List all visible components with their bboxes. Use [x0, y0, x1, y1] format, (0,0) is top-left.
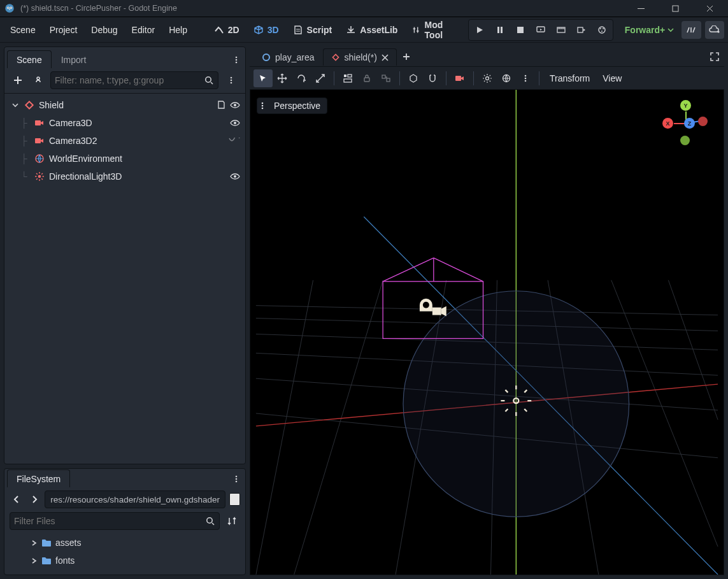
mode-script-button[interactable]: Script [287, 21, 339, 39]
local-space-button[interactable] [404, 69, 423, 87]
tree-node-camera3d[interactable]: ├ Camera3D [4, 114, 245, 132]
svg-point-33 [234, 175, 236, 178]
fs-back-button[interactable] [10, 491, 24, 508]
close-tab-button[interactable] [382, 54, 389, 61]
menu-editor[interactable]: Editor [125, 21, 162, 39]
lock-button[interactable] [357, 69, 376, 87]
fs-folder-label: fonts [55, 555, 75, 566]
movie-maker-button[interactable] [592, 21, 611, 39]
window-maximize-button[interactable] [660, 0, 690, 17]
worldenv-icon [34, 154, 45, 164]
gizmo-z-axis[interactable]: Z [684, 118, 695, 129]
tree-node-camera3d2[interactable]: ├ Camera3D2 [4, 132, 245, 150]
tree-node-dirlight[interactable]: └ DirectionalLight3D [4, 168, 245, 185]
menu-scene[interactable]: Scene [4, 21, 42, 39]
svg-point-19 [236, 59, 238, 61]
viewport-toolbar-menu-button[interactable] [516, 69, 535, 87]
transform-menu[interactable]: Transform [543, 71, 596, 86]
fs-filter-field[interactable] [14, 516, 201, 526]
fs-folder-assets[interactable]: assets [4, 534, 245, 552]
preview-sun-button[interactable] [478, 69, 497, 87]
mode-assetlib-button[interactable]: AssetLib [339, 21, 404, 39]
svg-rect-7 [497, 27, 499, 33]
tree-branch-icon: ├ [18, 154, 30, 164]
group-button[interactable] [376, 69, 396, 87]
visibility-icon[interactable] [230, 171, 240, 182]
menu-debug[interactable]: Debug [85, 21, 124, 39]
gizmo-y-axis[interactable]: Y [680, 100, 691, 111]
fs-filter-input[interactable] [10, 512, 220, 530]
fs-folder-fonts[interactable]: fonts [4, 552, 245, 569]
distraction-free-button[interactable] [705, 48, 724, 65]
gizmo-neg-y[interactable] [680, 136, 690, 145]
move-tool-button[interactable] [273, 69, 292, 87]
svg-rect-6 [673, 6, 678, 11]
fs-sort-button[interactable] [224, 513, 240, 529]
cloud-play-button[interactable] [705, 21, 724, 39]
menu-project[interactable]: Project [43, 21, 84, 39]
play-button[interactable] [470, 21, 489, 39]
orientation-gizmo[interactable]: X Y Z [661, 99, 712, 150]
tree-node-label: Camera3D [49, 118, 226, 128]
scene-tab-play-area[interactable]: play_area [253, 48, 323, 66]
tab-scene[interactable]: Scene [7, 50, 52, 68]
mode-3d-button[interactable]: 3D [247, 21, 285, 39]
camera-icon [34, 136, 45, 146]
select-tool-button[interactable] [253, 69, 273, 87]
view-menu[interactable]: View [596, 71, 628, 86]
mode-2d-button[interactable]: 2D [208, 21, 246, 39]
node3d-icon [24, 100, 35, 110]
viewport-3d[interactable]: Perspective X Y Z [250, 90, 724, 575]
play-custom-scene-button[interactable] [572, 21, 591, 39]
snap-button[interactable] [423, 69, 442, 87]
preview-env-button[interactable] [497, 69, 516, 87]
instance-scene-button[interactable] [30, 72, 46, 89]
visibility-icon[interactable] [230, 100, 240, 110]
preview-camera-button[interactable] [450, 69, 469, 87]
fs-path-box[interactable]: res://resources/shader/shield_own.gdshad… [45, 490, 225, 508]
tab-import[interactable]: Import [52, 50, 96, 68]
svg-point-20 [236, 62, 238, 64]
pause-button[interactable] [490, 21, 510, 39]
new-scene-tab-button[interactable] [397, 48, 416, 65]
visibility-icon[interactable] [230, 118, 240, 128]
rotate-tool-button[interactable] [292, 69, 311, 87]
scene-filter-input[interactable] [50, 71, 218, 89]
fs-folder-global_scenes[interactable]: global_scenes [4, 569, 245, 575]
play-remote-button[interactable] [531, 21, 550, 39]
svg-point-60 [262, 108, 264, 110]
fs-color-swatch[interactable] [229, 493, 240, 506]
tab-filesystem[interactable]: FileSystem [7, 469, 70, 487]
scale-tool-button[interactable] [311, 69, 330, 87]
selectable-button[interactable] [338, 69, 357, 87]
filesystem-panel-menu-button[interactable] [227, 471, 245, 487]
scene-panel-menu-button[interactable] [227, 52, 245, 68]
tree-node-label: Camera3D2 [49, 136, 225, 146]
render-mode-dropdown[interactable]: Forward+ [621, 25, 678, 35]
scene-filter-menu-button[interactable] [222, 73, 240, 88]
hidden-icon[interactable] [229, 138, 240, 144]
menubar: Scene Project Debug Editor Help 2D 3D Sc… [0, 17, 728, 43]
tree-node-shield[interactable]: Shield [4, 96, 245, 114]
scene-tab-shield[interactable]: shield(*) [323, 48, 397, 66]
svg-point-18 [236, 57, 238, 59]
svg-point-35 [236, 478, 238, 480]
fs-forward-button[interactable] [27, 491, 41, 508]
window-close-button[interactable] [695, 0, 724, 17]
collapse-icon[interactable] [11, 102, 20, 108]
menu-help[interactable]: Help [162, 21, 194, 39]
chevron-right-icon [30, 540, 38, 546]
script-icon[interactable] [217, 100, 226, 110]
add-node-button[interactable] [10, 72, 26, 89]
perspective-badge[interactable]: Perspective [257, 97, 327, 114]
stop-button[interactable] [511, 21, 530, 39]
tree-branch-icon: ├ [18, 136, 30, 146]
remote-debug-button[interactable] [682, 21, 701, 39]
scene-filter-field[interactable] [55, 75, 200, 85]
gizmo-x-axis[interactable]: X [662, 118, 673, 129]
window-minimize-button[interactable] [626, 0, 655, 17]
gizmo-neg-x[interactable] [698, 117, 708, 126]
tree-node-worldenv[interactable]: ├ WorldEnvironment [4, 150, 245, 168]
play-scene-button[interactable] [552, 21, 571, 39]
mode-modtool-button[interactable]: Mod Tool [405, 16, 465, 44]
